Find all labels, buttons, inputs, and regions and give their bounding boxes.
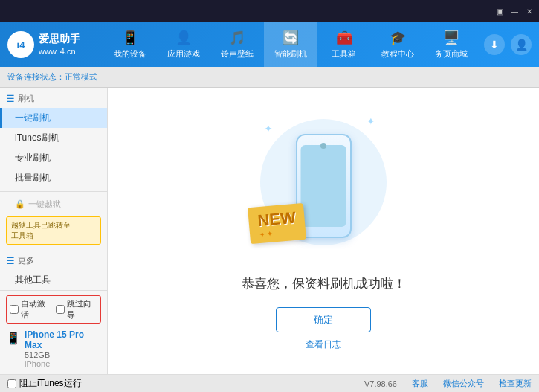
breadcrumb-status: 正常模式 <box>65 71 97 83</box>
more-section-icon: ☰ <box>6 255 15 266</box>
sidebar-section-flash-header: ☰ 刷机 <box>0 89 107 108</box>
close-icon[interactable]: ✕ <box>523 5 535 17</box>
nav-toolbox[interactable]: 🧰 工具箱 <box>317 22 371 67</box>
flash-section-icon: ☰ <box>6 93 15 104</box>
nav-smart-flash-icon: 🔄 <box>283 30 299 46</box>
sidebar-section-more: ☰ 更多 其他工具 下载固件 高级功能 <box>0 251 107 290</box>
bottom-bar-right: V7.98.66 客服 微信公众号 检查更新 <box>82 378 532 389</box>
auto-activate-checkbox[interactable] <box>10 305 19 314</box>
nav-tutorial[interactable]: 🎓 教程中心 <box>371 22 425 67</box>
phone-camera <box>320 143 326 149</box>
block-itunes-checkbox[interactable] <box>7 379 16 388</box>
auto-activate-option[interactable]: 自动激活 <box>10 298 51 321</box>
app-wrapper: ▣ — ✕ i4 爱思助手 www.i4.cn 📱 我的设备 👤 应用游戏 🎵 <box>0 0 539 392</box>
nav-my-device-label: 我的设备 <box>114 48 146 60</box>
auto-activate-label: 自动激活 <box>21 298 51 321</box>
nav-apps-games[interactable]: 👤 应用游戏 <box>157 22 210 67</box>
logo-area: i4 爱思助手 www.i4.cn <box>0 31 97 58</box>
guided-restore-checkbox[interactable] <box>56 305 65 314</box>
phone-illustration: ✦ ✦ NEW ✦ ✦ <box>256 112 390 260</box>
sidebar-item-jailbreak-disabled: 🔒 一键越狱 <box>0 195 107 213</box>
sidebar-col: ☰ 刷机 一键刷机 iTunes刷机 专业刷机 批量刷机 🔒 一键越狱 越狱工具… <box>0 88 108 374</box>
nav-tutorial-label: 教程中心 <box>381 48 414 60</box>
breadcrumb-prefix: 设备连接状态： <box>7 71 65 83</box>
sidebar-item-pro[interactable]: 专业刷机 <box>0 148 107 168</box>
lock-icon: 🔒 <box>15 199 25 209</box>
itunes-bar: 阻止iTunes运行 <box>7 377 82 390</box>
device-details: iPhone 15 Pro Max 512GB iPhone <box>25 330 101 368</box>
success-message: 恭喜您，保资料刷机成功啦！ <box>242 275 406 292</box>
logo-main-text: 爱思助手 <box>39 32 80 47</box>
bottom-bar: 阻止iTunes运行 V7.98.66 客服 微信公众号 检查更新 <box>0 374 539 392</box>
jailbreak-note-line1: 越狱工具已跳转至 <box>11 221 71 229</box>
logo-text: 爱思助手 www.i4.cn <box>39 32 80 58</box>
sidebar-section-more-header: ☰ 更多 <box>0 251 107 270</box>
more-section-label: 更多 <box>18 255 34 266</box>
new-badge-text: NEW <box>256 208 296 230</box>
header-right: ⬇ 👤 <box>484 34 539 55</box>
wechat-link[interactable]: 微信公众号 <box>443 378 484 389</box>
auto-options-container: 自动激活 跳过向导 <box>6 295 101 324</box>
logo-sub-text: www.i4.cn <box>39 46 80 57</box>
nav-service[interactable]: 🖥️ 务页商城 <box>425 22 478 67</box>
nav-smart-flash[interactable]: 🔄 智能刷机 <box>264 22 317 67</box>
sparkle-top-right: ✦ <box>367 115 375 127</box>
window-controls: ▣ — ✕ <box>494 5 535 17</box>
content-row: ☰ 刷机 一键刷机 iTunes刷机 专业刷机 批量刷机 🔒 一键越狱 越狱工具… <box>0 88 539 374</box>
nav-service-label: 务页商城 <box>435 48 468 60</box>
nav-tutorial-icon: 🎓 <box>390 30 406 46</box>
version-label: V7.98.66 <box>364 379 397 388</box>
content-area: ✦ ✦ NEW ✦ ✦ 恭喜您，保资料刷机成功啦！ 确定 查看日志 <box>108 88 539 374</box>
nav-ringtones[interactable]: 🎵 铃声壁纸 <box>210 22 264 67</box>
restore-icon[interactable]: — <box>509 5 520 17</box>
sidebar-scroll: ☰ 刷机 一键刷机 iTunes刷机 专业刷机 批量刷机 🔒 一键越狱 越狱工具… <box>0 88 107 290</box>
sidebar-item-itunes[interactable]: iTunes刷机 <box>0 128 107 148</box>
new-ribbon: NEW ✦ ✦ <box>248 202 306 243</box>
sparkle-top-left: ✦ <box>264 123 273 135</box>
device-info: 📱 iPhone 15 Pro Max 512GB iPhone <box>6 328 101 370</box>
nav-my-device[interactable]: 📱 我的设备 <box>103 22 157 67</box>
view-log-link[interactable]: 查看日志 <box>306 338 341 351</box>
check-update-link[interactable]: 检查更新 <box>499 378 532 389</box>
confirm-button[interactable]: 确定 <box>276 307 371 332</box>
download-button[interactable]: ⬇ <box>484 34 505 55</box>
nav-ringtones-icon: 🎵 <box>229 30 245 46</box>
client-link[interactable]: 客服 <box>412 378 428 389</box>
device-storage: 512GB <box>25 350 101 359</box>
nav-service-icon: 🖥️ <box>443 30 459 46</box>
new-badge: NEW ✦ ✦ <box>249 205 305 242</box>
nav-apps-games-label: 应用游戏 <box>167 48 200 60</box>
device-phone-icon: 📱 <box>6 331 21 345</box>
block-itunes-label: 阻止iTunes运行 <box>19 377 82 390</box>
jailbreak-note-line2: 工具箱 <box>11 231 33 240</box>
nav-apps-games-icon: 👤 <box>175 30 192 46</box>
guided-restore-option[interactable]: 跳过向导 <box>56 298 97 321</box>
sidebar-section-flash: ☰ 刷机 一键刷机 iTunes刷机 专业刷机 批量刷机 🔒 一键越狱 越狱工具… <box>0 89 107 245</box>
sidebar-divider-2 <box>0 248 107 248</box>
device-panel: 自动激活 跳过向导 📱 iPhone 15 Pro Max 512GB iPho… <box>0 290 107 374</box>
sidebar-item-batch[interactable]: 批量刷机 <box>0 168 107 188</box>
breadcrumb: 设备连接状态： 正常模式 <box>0 67 539 88</box>
minimize-icon[interactable]: ▣ <box>494 5 506 17</box>
device-type: iPhone <box>25 359 101 368</box>
sidebar-item-other-tools[interactable]: 其他工具 <box>0 270 107 290</box>
guided-restore-label: 跳过向导 <box>67 298 97 321</box>
device-name: iPhone 15 Pro Max <box>25 330 101 350</box>
nav-smart-flash-label: 智能刷机 <box>274 48 307 60</box>
user-button[interactable]: 👤 <box>511 34 532 55</box>
nav-items: 📱 我的设备 👤 应用游戏 🎵 铃声壁纸 🔄 智能刷机 🧰 工具箱 🎓 <box>97 22 484 67</box>
nav-toolbox-icon: 🧰 <box>336 30 352 46</box>
nav-my-device-icon: 📱 <box>122 30 138 46</box>
phone-screen <box>301 145 346 227</box>
sidebar-divider-1 <box>0 191 107 192</box>
top-bar: ▣ — ✕ <box>0 0 539 22</box>
nav-ringtones-label: 铃声壁纸 <box>221 48 254 60</box>
sidebar-item-one-click[interactable]: 一键刷机 <box>0 108 107 128</box>
logo-icon: i4 <box>7 31 34 58</box>
sidebar-jailbreak-note: 越狱工具已跳转至 工具箱 <box>6 216 101 245</box>
header: i4 爱思助手 www.i4.cn 📱 我的设备 👤 应用游戏 🎵 铃声壁纸 🔄… <box>0 22 539 67</box>
flash-section-label: 刷机 <box>18 93 34 104</box>
nav-toolbox-label: 工具箱 <box>332 48 356 60</box>
